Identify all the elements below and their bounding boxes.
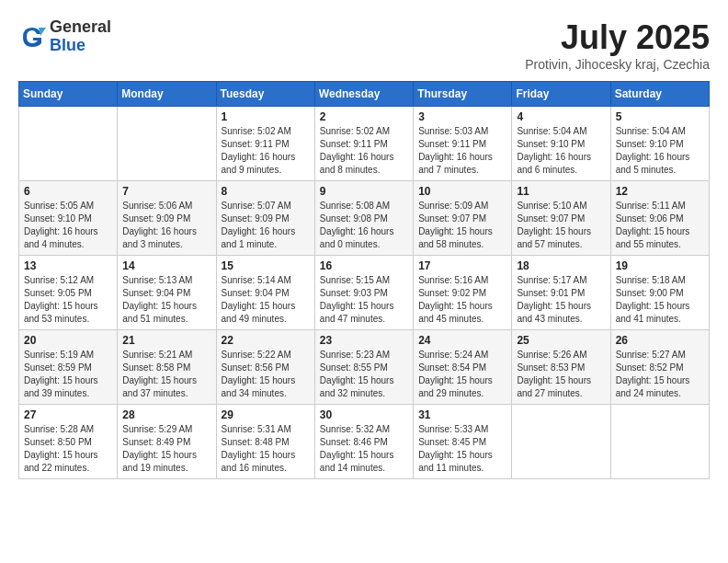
column-header-thursday: Thursday <box>414 82 512 107</box>
calendar-cell <box>610 405 709 479</box>
day-info: Sunrise: 5:28 AM Sunset: 8:50 PM Dayligh… <box>24 423 112 475</box>
calendar-week-row: 6Sunrise: 5:05 AM Sunset: 9:10 PM Daylig… <box>19 181 710 256</box>
day-info: Sunrise: 5:24 AM Sunset: 8:54 PM Dayligh… <box>418 349 506 400</box>
day-number: 23 <box>320 334 408 347</box>
day-number: 15 <box>222 259 310 272</box>
day-info: Sunrise: 5:17 AM Sunset: 9:01 PM Dayligh… <box>517 274 605 326</box>
day-number: 22 <box>222 334 310 347</box>
day-number: 27 <box>24 408 112 421</box>
column-header-tuesday: Tuesday <box>216 82 314 107</box>
calendar-cell: 8Sunrise: 5:07 AM Sunset: 9:09 PM Daylig… <box>216 181 314 256</box>
day-info: Sunrise: 5:11 AM Sunset: 9:06 PM Dayligh… <box>616 200 704 251</box>
calendar-cell: 11Sunrise: 5:10 AM Sunset: 9:07 PM Dayli… <box>512 181 610 256</box>
day-info: Sunrise: 5:02 AM Sunset: 9:11 PM Dayligh… <box>222 125 310 177</box>
calendar-header-row: SundayMondayTuesdayWednesdayThursdayFrid… <box>19 82 710 107</box>
day-info: Sunrise: 5:22 AM Sunset: 8:56 PM Dayligh… <box>222 349 310 400</box>
day-number: 4 <box>517 110 605 123</box>
day-number: 9 <box>320 185 408 198</box>
calendar-cell: 9Sunrise: 5:08 AM Sunset: 9:08 PM Daylig… <box>314 181 413 256</box>
calendar-cell: 19Sunrise: 5:18 AM Sunset: 9:00 PM Dayli… <box>610 256 709 330</box>
calendar-cell: 5Sunrise: 5:04 AM Sunset: 9:10 PM Daylig… <box>610 107 709 181</box>
calendar-cell: 7Sunrise: 5:06 AM Sunset: 9:09 PM Daylig… <box>118 181 216 256</box>
day-number: 29 <box>222 408 310 421</box>
calendar-cell: 30Sunrise: 5:32 AM Sunset: 8:46 PM Dayli… <box>314 405 413 479</box>
calendar-cell: 27Sunrise: 5:28 AM Sunset: 8:50 PM Dayli… <box>19 405 118 479</box>
day-number: 5 <box>616 110 704 123</box>
day-info: Sunrise: 5:14 AM Sunset: 9:04 PM Dayligh… <box>222 274 310 326</box>
logo-blue-text: Blue <box>50 37 111 55</box>
calendar-cell: 21Sunrise: 5:21 AM Sunset: 8:58 PM Dayli… <box>118 330 216 405</box>
title-area: July 2025 Protivin, Jihocesky kraj, Czec… <box>525 18 710 72</box>
calendar-cell: 14Sunrise: 5:13 AM Sunset: 9:04 PM Dayli… <box>118 256 216 330</box>
day-number: 13 <box>24 259 112 272</box>
calendar-cell: 2Sunrise: 5:02 AM Sunset: 9:11 PM Daylig… <box>314 107 413 181</box>
calendar-cell: 13Sunrise: 5:12 AM Sunset: 9:05 PM Dayli… <box>19 256 118 330</box>
calendar-cell: 26Sunrise: 5:27 AM Sunset: 8:52 PM Dayli… <box>610 330 709 405</box>
calendar-cell: 20Sunrise: 5:19 AM Sunset: 8:59 PM Dayli… <box>19 330 118 405</box>
calendar-cell: 6Sunrise: 5:05 AM Sunset: 9:10 PM Daylig… <box>19 181 118 256</box>
day-number: 26 <box>616 334 704 347</box>
day-number: 20 <box>24 334 112 347</box>
day-info: Sunrise: 5:18 AM Sunset: 9:00 PM Dayligh… <box>616 274 704 326</box>
day-info: Sunrise: 5:27 AM Sunset: 8:52 PM Dayligh… <box>616 349 704 400</box>
calendar-cell: 3Sunrise: 5:03 AM Sunset: 9:11 PM Daylig… <box>414 107 512 181</box>
day-info: Sunrise: 5:15 AM Sunset: 9:03 PM Dayligh… <box>320 274 408 326</box>
day-number: 28 <box>122 408 210 421</box>
day-info: Sunrise: 5:09 AM Sunset: 9:07 PM Dayligh… <box>418 200 506 251</box>
day-info: Sunrise: 5:13 AM Sunset: 9:04 PM Dayligh… <box>122 274 210 326</box>
logo-text: General Blue <box>50 18 111 55</box>
day-info: Sunrise: 5:33 AM Sunset: 8:45 PM Dayligh… <box>418 423 506 475</box>
calendar-cell: 24Sunrise: 5:24 AM Sunset: 8:54 PM Dayli… <box>414 330 512 405</box>
calendar-cell: 17Sunrise: 5:16 AM Sunset: 9:02 PM Dayli… <box>414 256 512 330</box>
day-info: Sunrise: 5:08 AM Sunset: 9:08 PM Dayligh… <box>320 200 408 251</box>
day-number: 10 <box>418 185 506 198</box>
calendar-cell: 22Sunrise: 5:22 AM Sunset: 8:56 PM Dayli… <box>216 330 314 405</box>
day-number: 6 <box>24 185 112 198</box>
calendar-cell: 28Sunrise: 5:29 AM Sunset: 8:49 PM Dayli… <box>118 405 216 479</box>
calendar-cell <box>512 405 610 479</box>
calendar-week-row: 13Sunrise: 5:12 AM Sunset: 9:05 PM Dayli… <box>19 256 710 330</box>
logo-icon <box>18 23 46 51</box>
column-header-friday: Friday <box>512 82 610 107</box>
day-info: Sunrise: 5:04 AM Sunset: 9:10 PM Dayligh… <box>616 125 704 177</box>
day-info: Sunrise: 5:02 AM Sunset: 9:11 PM Dayligh… <box>320 125 408 177</box>
day-info: Sunrise: 5:23 AM Sunset: 8:55 PM Dayligh… <box>320 349 408 400</box>
day-number: 25 <box>517 334 605 347</box>
day-info: Sunrise: 5:26 AM Sunset: 8:53 PM Dayligh… <box>517 349 605 400</box>
day-number: 21 <box>122 334 210 347</box>
day-number: 18 <box>517 259 605 272</box>
day-info: Sunrise: 5:31 AM Sunset: 8:48 PM Dayligh… <box>222 423 310 475</box>
day-number: 3 <box>418 110 506 123</box>
calendar-cell: 15Sunrise: 5:14 AM Sunset: 9:04 PM Dayli… <box>216 256 314 330</box>
calendar-cell <box>19 107 118 181</box>
day-number: 17 <box>418 259 506 272</box>
day-info: Sunrise: 5:07 AM Sunset: 9:09 PM Dayligh… <box>222 200 310 251</box>
calendar-cell: 10Sunrise: 5:09 AM Sunset: 9:07 PM Dayli… <box>414 181 512 256</box>
calendar-cell: 16Sunrise: 5:15 AM Sunset: 9:03 PM Dayli… <box>314 256 413 330</box>
day-number: 16 <box>320 259 408 272</box>
day-number: 7 <box>122 185 210 198</box>
day-number: 1 <box>222 110 310 123</box>
day-info: Sunrise: 5:06 AM Sunset: 9:09 PM Dayligh… <box>122 200 210 251</box>
calendar-cell: 31Sunrise: 5:33 AM Sunset: 8:45 PM Dayli… <box>414 405 512 479</box>
day-info: Sunrise: 5:29 AM Sunset: 8:49 PM Dayligh… <box>122 423 210 475</box>
day-info: Sunrise: 5:16 AM Sunset: 9:02 PM Dayligh… <box>418 274 506 326</box>
calendar-cell: 23Sunrise: 5:23 AM Sunset: 8:55 PM Dayli… <box>314 330 413 405</box>
day-number: 24 <box>418 334 506 347</box>
month-title: July 2025 <box>525 18 710 57</box>
day-number: 31 <box>418 408 506 421</box>
day-number: 11 <box>517 185 605 198</box>
day-number: 2 <box>320 110 408 123</box>
calendar-week-row: 20Sunrise: 5:19 AM Sunset: 8:59 PM Dayli… <box>19 330 710 405</box>
calendar-cell: 12Sunrise: 5:11 AM Sunset: 9:06 PM Dayli… <box>610 181 709 256</box>
day-info: Sunrise: 5:04 AM Sunset: 9:10 PM Dayligh… <box>517 125 605 177</box>
logo-general-text: General <box>50 18 111 37</box>
day-info: Sunrise: 5:32 AM Sunset: 8:46 PM Dayligh… <box>320 423 408 475</box>
day-info: Sunrise: 5:05 AM Sunset: 9:10 PM Dayligh… <box>24 200 112 251</box>
calendar-cell: 29Sunrise: 5:31 AM Sunset: 8:48 PM Dayli… <box>216 405 314 479</box>
column-header-wednesday: Wednesday <box>314 82 413 107</box>
calendar-cell: 1Sunrise: 5:02 AM Sunset: 9:11 PM Daylig… <box>216 107 314 181</box>
day-number: 30 <box>320 408 408 421</box>
calendar-cell: 18Sunrise: 5:17 AM Sunset: 9:01 PM Dayli… <box>512 256 610 330</box>
calendar-week-row: 27Sunrise: 5:28 AM Sunset: 8:50 PM Dayli… <box>19 405 710 479</box>
